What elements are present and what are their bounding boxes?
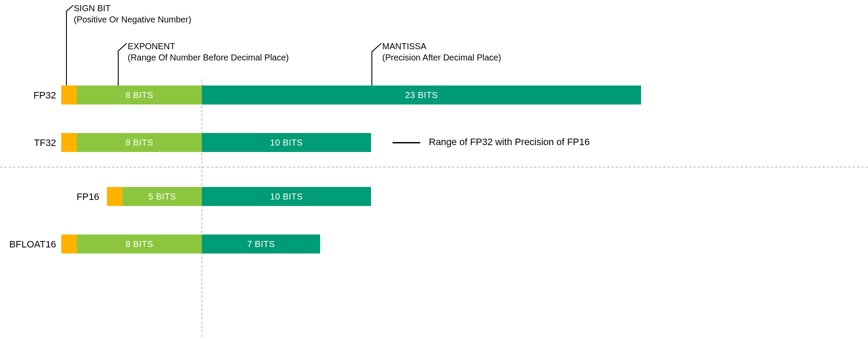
format-name-tf32: TF32	[0, 137, 56, 149]
label-mantissa-sub: (Precision After Decimal Place)	[382, 52, 501, 63]
fp16-mantissa-segment: 10 BITS	[202, 187, 371, 206]
label-sign-sub: (Positive Or Negative Number)	[74, 14, 191, 25]
tf32-mantissa-segment: 10 BITS	[202, 133, 371, 152]
bfloat16-mantissa-segment: 7 BITS	[202, 234, 320, 253]
fp32-mantissa-text: 23 BITS	[405, 90, 438, 100]
label-sign-title: SIGN BIT	[74, 3, 191, 14]
format-name-fp32: FP32	[0, 90, 56, 101]
label-mantissa: MANTISSA (Precision After Decimal Place)	[382, 41, 501, 63]
label-exponent-title: EXPONENT	[128, 41, 289, 52]
bfloat16-exponent-segment: 8 BITS	[77, 234, 202, 253]
fp16-exponent-segment: 5 BITS	[123, 187, 202, 206]
fp16-mantissa-text: 10 BITS	[270, 192, 303, 202]
bfloat16-exponent-text: 8 BITS	[126, 239, 153, 249]
label-mantissa-title: MANTISSA	[382, 41, 501, 52]
fp32-exponent-segment: 8 BITS	[77, 86, 202, 105]
fp16-sign-segment	[107, 187, 123, 206]
tf32-exponent-text: 8 BITS	[126, 138, 153, 148]
bfloat16-mantissa-text: 7 BITS	[247, 239, 275, 249]
label-sign: SIGN BIT (Positive Or Negative Number)	[74, 3, 191, 25]
guide-horizontal-separator	[0, 167, 868, 168]
pointer-sign	[65, 5, 78, 87]
bfloat16-sign-segment	[61, 234, 77, 253]
fp32-sign-segment	[61, 86, 77, 105]
fp32-mantissa-segment: 23 BITS	[202, 86, 641, 105]
tf32-exponent-segment: 8 BITS	[77, 133, 202, 152]
format-name-fp16: FP16	[43, 191, 99, 203]
diagram-canvas: SIGN BIT (Positive Or Negative Number) E…	[0, 0, 868, 339]
format-name-bfloat16: BFLOAT16	[0, 239, 56, 250]
guide-vertical-exponent	[201, 79, 202, 337]
tf32-mantissa-text: 10 BITS	[270, 138, 303, 148]
tf32-note: Range of FP32 with Precision of FP16	[429, 136, 590, 148]
fp16-exponent-text: 5 BITS	[148, 192, 176, 202]
tf32-note-connector	[393, 142, 420, 143]
pointer-exponent	[116, 43, 129, 87]
label-exponent: EXPONENT (Range Of Number Before Decimal…	[128, 41, 289, 63]
label-exponent-sub: (Range Of Number Before Decimal Place)	[128, 52, 289, 63]
tf32-sign-segment	[61, 133, 77, 152]
pointer-mantissa	[370, 43, 384, 87]
fp32-exponent-text: 8 BITS	[126, 90, 153, 100]
